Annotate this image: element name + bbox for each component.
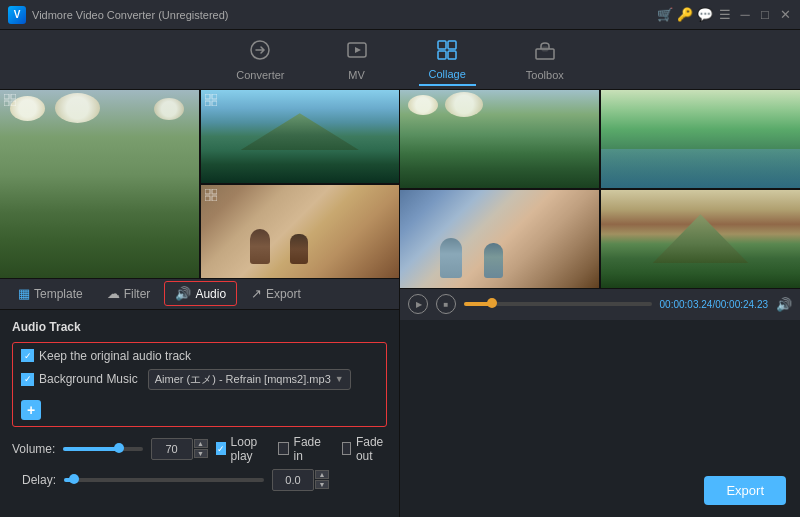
source-cell-flowers [0,90,199,278]
svg-rect-12 [205,94,210,99]
svg-rect-2 [438,41,446,49]
volume-speaker-icon[interactable]: 🔊 [776,297,792,312]
mv-label: MV [348,69,365,81]
filter-label: Filter [124,287,151,301]
fade-out-text: Fade out [356,435,387,463]
export-tool-label: Export [266,287,301,301]
delay-down-button[interactable]: ▼ [315,480,329,489]
svg-rect-9 [11,94,16,99]
nav-converter[interactable]: Converter [226,35,294,85]
player-controls: ▶ ■ 00:00:03.24/00:00:24.23 🔊 [400,288,800,320]
keep-original-text: Keep the original audio track [39,349,191,363]
audio-settings-box: Keep the original audio track Background… [12,342,387,427]
svg-rect-18 [205,196,210,201]
delay-thumb[interactable] [69,474,79,484]
nav-collage[interactable]: Collage [419,34,476,86]
stop-button[interactable]: ■ [436,294,456,314]
collage-label: Collage [429,68,466,80]
title-bar: V Vidmore Video Converter (Unregistered)… [0,0,800,30]
delay-row: Delay: 0.0 ▲ ▼ [12,469,387,491]
volume-slider[interactable] [63,447,142,451]
volume-spinners: ▲ ▼ [194,439,208,458]
app-icon: V [8,6,26,24]
add-music-button[interactable]: + [21,400,41,420]
svg-rect-8 [4,94,9,99]
background-music-row: Background Music Aimer (エメ) - Refrain [m… [21,369,378,420]
fade-in-checkbox[interactable] [278,442,288,455]
audio-label: Audio [195,287,226,301]
delay-spinners: ▲ ▼ [315,470,329,489]
volume-value: 70 [151,438,193,460]
svg-rect-4 [438,51,446,59]
nav-mv[interactable]: MV [335,35,379,85]
loop-play-checkbox[interactable] [216,442,226,455]
top-nav: Converter MV Collage [0,30,800,90]
svg-rect-17 [212,189,217,194]
playback-progress[interactable] [464,302,652,306]
svg-rect-5 [448,51,456,59]
progress-thumb[interactable] [487,298,497,308]
volume-control-row: Volume: 70 ▲ ▼ [12,435,387,463]
svg-rect-7 [542,47,548,51]
keep-original-checkbox-label[interactable]: Keep the original audio track [21,349,191,363]
menu-icon[interactable]: ☰ [718,8,732,22]
preview-cell-couple [400,190,599,288]
audio-panel: Audio Track Keep the original audio trac… [0,310,399,518]
source-cell-couple [201,185,400,278]
time-total: 00:00:24.23 [715,299,768,310]
svg-rect-14 [205,101,210,106]
keep-original-checkbox[interactable] [21,349,34,362]
svg-rect-16 [205,189,210,194]
template-button[interactable]: ▦ Template [8,282,93,305]
time-current: 00:00:03.24 [660,299,713,310]
app-title: Vidmore Video Converter (Unregistered) [32,9,228,21]
preview-cell-mountain [601,190,800,288]
key-icon[interactable]: 🔑 [678,8,692,22]
chat-icon[interactable]: 💬 [698,8,712,22]
fade-out-checkbox[interactable] [342,442,351,455]
toolbox-icon [533,39,557,66]
delay-value: 0.0 [272,469,314,491]
loop-play-text: Loop play [231,435,261,463]
delay-up-button[interactable]: ▲ [315,470,329,479]
fade-in-label[interactable]: Fade in [278,435,323,463]
filter-icon: ☁ [107,286,120,301]
music-file-name: Aimer (エメ) - Refrain [mqms2].mp3 [155,372,331,387]
export-tool-button[interactable]: ↗ Export [241,282,311,305]
preview-video-grid [400,90,800,288]
converter-label: Converter [236,69,284,81]
delay-label: Delay: [22,473,56,487]
delay-slider[interactable] [64,478,264,482]
time-display: 00:00:03.24/00:00:24.23 [660,299,768,310]
cart-icon[interactable]: 🛒 [658,8,672,22]
maximize-button[interactable]: □ [758,8,772,22]
volume-down-button[interactable]: ▼ [194,449,208,458]
nav-toolbox[interactable]: Toolbox [516,35,574,85]
preview-cell-beach [601,90,800,188]
volume-thumb[interactable] [114,443,124,453]
bg-music-checkbox[interactable] [21,373,34,386]
music-file-dropdown[interactable]: Aimer (エメ) - Refrain [mqms2].mp3 ▼ [148,369,351,390]
close-button[interactable]: ✕ [778,8,792,22]
volume-label: Volume: [12,442,55,456]
bg-music-checkbox-label[interactable]: Background Music [21,372,138,386]
play-button[interactable]: ▶ [408,294,428,314]
converter-icon [248,39,272,66]
bottom-toolbar: ▦ Template ☁ Filter 🔊 Audio ↗ Export [0,278,399,310]
play-icon: ▶ [416,300,422,309]
preview-cell-flowers [400,90,599,188]
filter-button[interactable]: ☁ Filter [97,282,161,305]
svg-rect-3 [448,41,456,49]
export-button[interactable]: Export [704,476,786,505]
minimize-button[interactable]: ─ [738,8,752,22]
stop-icon: ■ [444,300,449,309]
template-icon: ▦ [18,286,30,301]
svg-rect-13 [212,94,217,99]
volume-up-button[interactable]: ▲ [194,439,208,448]
template-label: Template [34,287,83,301]
fade-out-label[interactable]: Fade out [342,435,387,463]
toolbox-label: Toolbox [526,69,564,81]
audio-button[interactable]: 🔊 Audio [164,281,237,306]
loop-play-label[interactable]: Loop play [216,435,261,463]
audio-icon: 🔊 [175,286,191,301]
